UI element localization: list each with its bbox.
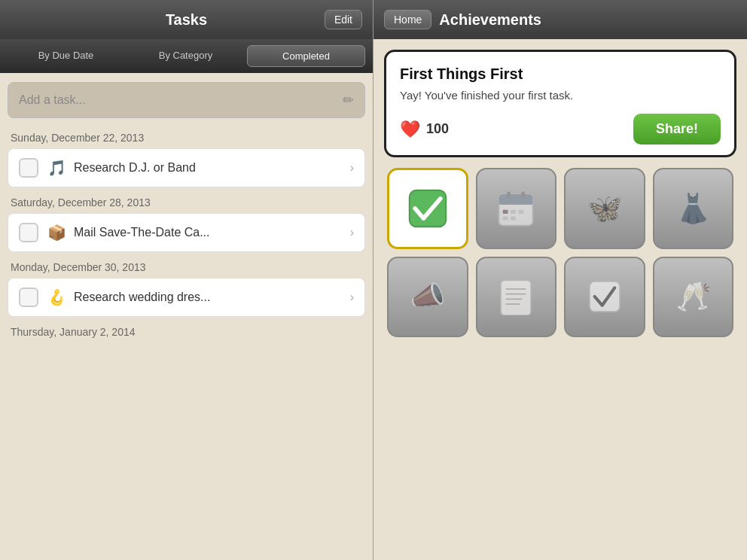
home-button[interactable]: Home [384,10,431,29]
svg-rect-5 [521,191,525,198]
achievements-panel: Home Achievements First Things First Yay… [374,0,747,560]
section-date-0: Sunday, December 22, 2013 [0,124,373,148]
svg-rect-11 [501,281,531,316]
add-task-bar[interactable]: Add a task... ✏ [8,82,365,118]
badge-champagne-inner: 🥂 [662,266,724,328]
hearts-score: ❤️ 100 [400,120,449,139]
badge-checkmark[interactable] [387,168,468,249]
task-label-1: Mail Save-The-Date Ca... [74,226,350,239]
achievement-description: Yay! You've finished your first task. [400,89,721,102]
section-date-3: Thursday, January 2, 2014 [0,318,373,342]
task-icon-0: 🎵 [47,159,66,177]
achievements-content: First Things First Yay! You've finished … [374,39,747,560]
share-button[interactable]: Share! [633,114,721,145]
badge-dress[interactable]: 👗 [653,168,734,249]
svg-rect-10 [511,216,516,220]
tasks-header: Tasks Edit [0,0,373,39]
achievement-title: First Things First [400,65,721,83]
badge-calendar[interactable] [476,168,557,249]
badge-notes-inner [485,266,547,328]
tab-bar: By Due Date By Category Completed [0,39,373,73]
svg-rect-4 [507,191,511,198]
badge-butterfly-inner: 🦋 [573,177,636,239]
task-item-2[interactable]: 🪝 Research wedding dres... › [8,278,365,317]
section-date-1: Saturday, December 28, 2013 [0,189,373,213]
badges-grid: 🦋 👗 📣 [384,168,736,337]
tasks-title: Tasks [166,11,207,29]
badge-butterfly[interactable]: 🦋 [564,168,645,249]
add-task-placeholder: Add a task... [19,93,343,107]
achievements-header: Home Achievements [374,0,747,39]
svg-rect-9 [503,216,508,220]
heart-icon: ❤️ [400,120,420,139]
pencil-icon: ✏ [343,92,354,108]
svg-rect-6 [503,209,508,213]
achievement-footer: ❤️ 100 Share! [400,114,721,145]
task-checkbox-0[interactable] [19,158,38,178]
task-icon-2: 🪝 [47,288,66,306]
task-label-0: Research D.J. or Band [74,161,350,175]
task-icon-1: 📦 [47,224,66,242]
badge-megaphone[interactable]: 📣 [387,257,468,338]
badge-checklist[interactable] [564,257,645,338]
tab-by-category[interactable]: By Category [127,45,244,67]
svg-rect-7 [511,209,516,213]
achievement-card: First Things First Yay! You've finished … [384,50,736,157]
badge-champagne[interactable]: 🥂 [653,257,734,338]
tasks-panel: Tasks Edit By Due Date By Category Compl… [0,0,374,560]
svg-rect-3 [499,200,533,204]
badge-dress-inner: 👗 [662,177,724,239]
tab-completed[interactable]: Completed [247,45,365,67]
task-arrow-2: › [350,291,354,304]
task-item-0[interactable]: 🎵 Research D.J. or Band › [8,148,365,187]
badge-calendar-inner [485,177,547,239]
tab-by-due-date[interactable]: By Due Date [8,45,124,67]
section-date-2: Monday, December 30, 2013 [0,254,373,278]
task-arrow-1: › [350,226,354,239]
badge-checkmark-inner [397,178,458,239]
svg-rect-8 [519,209,524,213]
score-value: 100 [426,121,449,137]
task-checkbox-1[interactable] [19,223,38,242]
badge-megaphone-inner: 📣 [396,266,459,328]
badge-checklist-inner [573,266,636,328]
task-arrow-0: › [350,161,354,175]
task-item-1[interactable]: 📦 Mail Save-The-Date Ca... › [8,213,365,252]
task-checkbox-2[interactable] [19,288,38,307]
edit-button[interactable]: Edit [325,10,362,29]
badge-notes[interactable] [476,257,557,338]
task-label-2: Research wedding dres... [74,291,350,304]
achievements-title: Achievements [439,11,541,29]
